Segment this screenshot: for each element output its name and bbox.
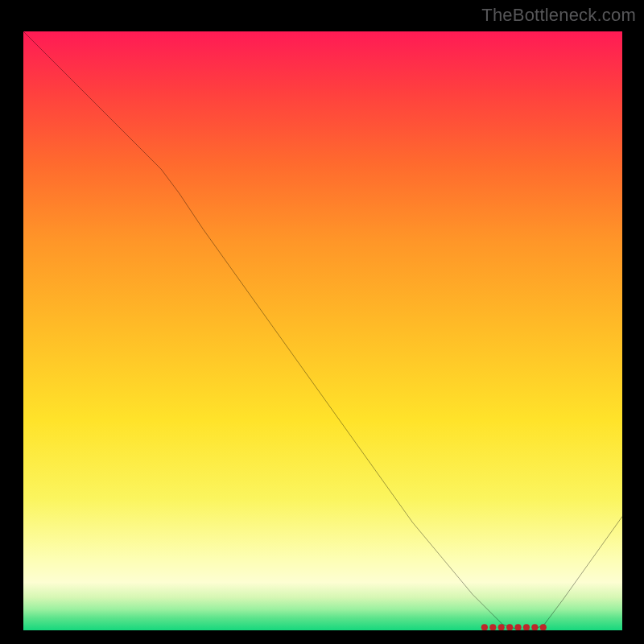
svg-point-1 [489,624,496,630]
watermark-text: TheBottleneck.com [481,5,636,26]
svg-point-6 [531,624,538,630]
svg-point-7 [540,624,547,630]
svg-point-3 [506,624,513,630]
svg-point-2 [498,624,505,630]
svg-point-0 [481,624,488,630]
chart-svg [23,31,622,630]
svg-point-5 [523,624,530,630]
chart-frame [20,28,625,634]
svg-point-4 [514,624,521,630]
